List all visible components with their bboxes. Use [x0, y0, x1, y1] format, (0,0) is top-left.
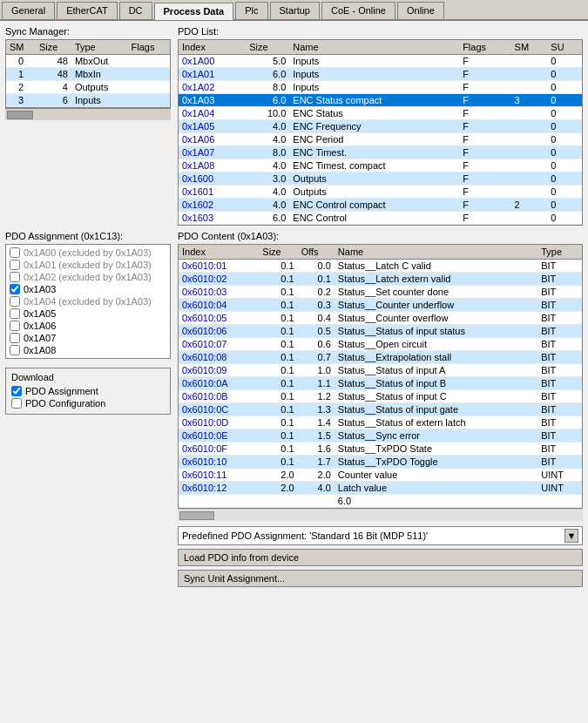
pdoc-row-7-index[interactable]: 0x6010:08 [179, 351, 259, 364]
sm-row-1-sm[interactable]: 1 [6, 68, 36, 81]
pdol-row-2-su[interactable]: 0 [547, 81, 582, 94]
table-row[interactable]: 0x1A028.0InputsF0 [179, 81, 582, 94]
pdoc-row-1-name[interactable]: Status__Latch extern valid [335, 273, 537, 286]
tab-dc[interactable]: DC [119, 2, 152, 19]
table-row[interactable]: 0x6010:020.10.1Status__Latch extern vali… [179, 273, 582, 286]
tab-startup[interactable]: Startup [270, 2, 320, 19]
sm-row-3-sm[interactable]: 3 [6, 94, 36, 107]
pdol-row-11-su[interactable]: 0 [547, 199, 582, 212]
pdoc-row-14-name[interactable]: Status__TxPDO State [335, 443, 537, 456]
table-row[interactable]: 0x6010:030.10.2Status__Set counter doneB… [179, 286, 582, 299]
pdoc-row-13-size[interactable]: 0.1 [259, 429, 297, 443]
tab-processdata[interactable]: Process Data [154, 3, 234, 20]
tab-coe-online[interactable]: CoE - Online [321, 2, 395, 19]
pdol-row-6-sm[interactable] [511, 133, 548, 146]
pdol-row-2-flags[interactable]: F [459, 81, 510, 94]
table-row[interactable]: 0x6010:122.04.0Latch valueUINT [179, 482, 582, 495]
pdol-row-10-size[interactable]: 4.0 [246, 186, 289, 199]
pdoc-row-9-name[interactable]: Status__Status of input B [335, 377, 537, 390]
table-row[interactable]: 0x1A005.0InputsF0 [179, 55, 582, 68]
pdol-row-11-size[interactable]: 4.0 [246, 199, 289, 212]
pdo-assign-checkbox-5[interactable] [10, 308, 20, 319]
pdoc-row-0-type[interactable]: BIT [537, 260, 582, 273]
pdo-assign-checkbox-4[interactable] [10, 296, 20, 307]
pdol-row-10-name[interactable]: Outputs [289, 186, 459, 199]
pdol-row-9-size[interactable]: 3.0 [246, 172, 289, 186]
pdol-row-10-sm[interactable] [511, 186, 548, 199]
pdol-row-5-size[interactable]: 4.0 [246, 120, 289, 133]
pdoc-row-6-offs[interactable]: 0.6 [298, 338, 335, 351]
pdol-row-9-name[interactable]: Outputs [289, 172, 459, 186]
pdol-row-11-name[interactable]: ENC Control compact [289, 199, 459, 212]
pdoc-row-0-size[interactable]: 0.1 [259, 260, 297, 273]
tab-general[interactable]: General [2, 2, 55, 19]
pdol-row-2-sm[interactable] [511, 81, 548, 94]
predefined-dropdown[interactable]: Predefined PDO Assignment: 'Standard 16 … [178, 526, 583, 545]
pdol-row-2-name[interactable]: Inputs [289, 81, 459, 94]
table-row[interactable]: 0x1A084.0ENC Timest. compactF0 [179, 159, 582, 172]
pdol-row-4-flags[interactable]: F [459, 107, 510, 120]
pdol-row-8-sm[interactable] [511, 159, 548, 172]
table-row[interactable]: 0x6010:070.10.6Status__Open circuitBIT [179, 338, 582, 351]
table-row[interactable]: 0x16024.0ENC Control compactF20 [179, 199, 582, 212]
pdoc-row-1-type[interactable]: BIT [537, 273, 582, 286]
pdo-list-table-container[interactable]: Index Size Name Flags SM SU 0x1A005.0Inp… [178, 39, 583, 226]
pdo-assign-checkbox-7[interactable] [10, 333, 20, 343]
pdoc-row-18-index[interactable] [179, 495, 259, 508]
pdoc-row-7-offs[interactable]: 0.7 [298, 351, 335, 364]
pdoc-row-10-index[interactable]: 0x6010:0B [179, 390, 259, 403]
sm-row-2-sm[interactable]: 2 [6, 81, 36, 94]
pdoc-row-17-name[interactable]: Latch value [335, 482, 537, 495]
pdoc-row-10-size[interactable]: 0.1 [259, 390, 297, 403]
pdoc-row-12-size[interactable]: 0.1 [259, 416, 297, 429]
sync-unit-button[interactable]: Sync Unit Assignment... [178, 570, 583, 587]
pdo-assign-checkbox-0[interactable] [10, 247, 20, 258]
pdoc-row-11-index[interactable]: 0x6010:0C [179, 403, 259, 416]
pdoc-row-17-index[interactable]: 0x6010:12 [179, 482, 259, 495]
pdoc-row-12-name[interactable]: Status__Status of extern latch [335, 416, 537, 429]
table-row[interactable]: 0x1A016.0InputsF0 [179, 68, 582, 81]
sm-row-2-size[interactable]: 4 [36, 81, 71, 94]
sm-row-0-flags[interactable] [128, 55, 171, 68]
table-row[interactable]: 0x6010:0E0.11.5Status__Sync errorBIT [179, 429, 582, 443]
pdol-row-1-flags[interactable]: F [459, 68, 510, 81]
pdol-row-12-su[interactable]: 0 [547, 212, 582, 225]
pdol-row-0-su[interactable]: 0 [547, 55, 582, 68]
pdol-row-10-su[interactable]: 0 [547, 186, 582, 199]
pdoc-row-6-name[interactable]: Status__Open circuit [335, 338, 537, 351]
pdol-row-4-index[interactable]: 0x1A04 [179, 107, 246, 120]
pdoc-row-4-offs[interactable]: 0.4 [298, 312, 335, 325]
pdol-row-5-flags[interactable]: F [459, 120, 510, 133]
sm-row-0-sm[interactable]: 0 [6, 55, 36, 68]
sm-row-0-type[interactable]: MbxOut [71, 55, 128, 68]
pdoc-row-8-index[interactable]: 0x6010:09 [179, 364, 259, 377]
sm-row-2-type[interactable]: Outputs [71, 81, 128, 94]
table-row[interactable]: 0x16003.0OutputsF0 [179, 172, 582, 186]
pdoc-row-1-size[interactable]: 0.1 [259, 273, 297, 286]
pdol-row-2-size[interactable]: 8.0 [246, 81, 289, 94]
pdol-row-2-index[interactable]: 0x1A02 [179, 81, 246, 94]
pdol-row-6-su[interactable]: 0 [547, 133, 582, 146]
table-row[interactable]: 0x6010:0D0.11.4Status__Status of extern … [179, 416, 582, 429]
pdol-row-12-size[interactable]: 6.0 [246, 212, 289, 225]
download-pdo-config-checkbox[interactable] [11, 398, 22, 409]
pdol-row-6-index[interactable]: 0x1A06 [179, 133, 246, 146]
pdol-row-1-su[interactable]: 0 [547, 68, 582, 81]
pdol-row-7-name[interactable]: ENC Timest. [289, 146, 459, 159]
pdoc-row-2-index[interactable]: 0x6010:03 [179, 286, 259, 299]
table-row[interactable]: 0x6010:080.10.7Status__Extrapolation sta… [179, 351, 582, 364]
sm-row-3-size[interactable]: 6 [36, 94, 71, 107]
pdoc-row-11-type[interactable]: BIT [537, 403, 582, 416]
sync-manager-scrollbar[interactable] [5, 108, 171, 120]
table-row[interactable]: 0x1A0410.0ENC StatusF0 [179, 107, 582, 120]
sm-row-1-size[interactable]: 48 [36, 68, 71, 81]
table-row[interactable]: 6.0 [179, 495, 582, 508]
pdol-row-0-name[interactable]: Inputs [289, 55, 459, 68]
pdol-row-12-index[interactable]: 0x1603 [179, 212, 246, 225]
sm-row-0-size[interactable]: 48 [36, 55, 71, 68]
pdol-row-6-name[interactable]: ENC Period [289, 133, 459, 146]
pdoc-row-7-type[interactable]: BIT [537, 351, 582, 364]
pdoc-row-14-offs[interactable]: 1.6 [298, 443, 335, 456]
pdol-row-3-name[interactable]: ENC Status compact [289, 94, 459, 107]
pdoc-row-2-name[interactable]: Status__Set counter done [335, 286, 537, 299]
